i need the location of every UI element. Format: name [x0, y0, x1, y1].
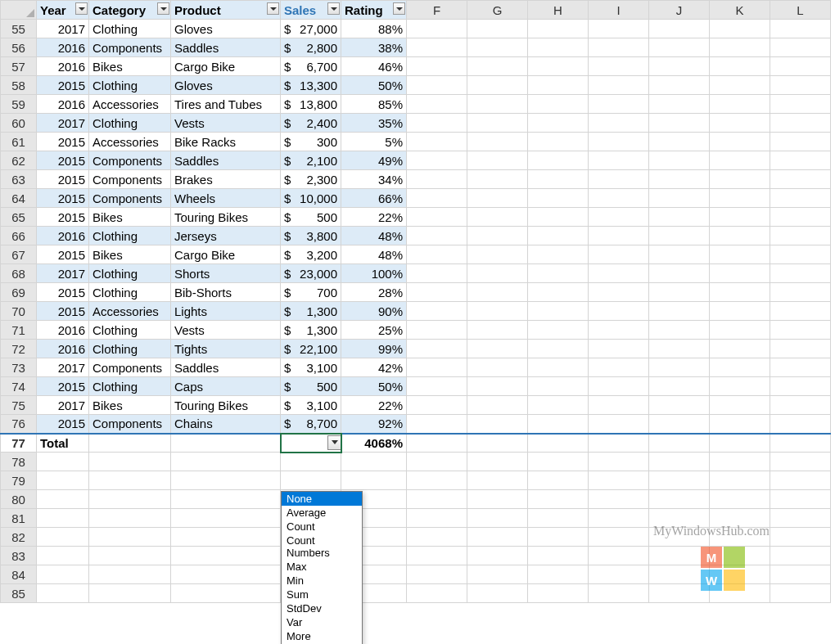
cell[interactable] [528, 415, 589, 434]
column-header-category[interactable]: Category [89, 1, 171, 20]
cell[interactable] [710, 264, 770, 283]
row-number-head[interactable]: 59 [1, 95, 37, 114]
cell[interactable] [528, 377, 589, 396]
cell[interactable] [710, 151, 770, 170]
cell[interactable] [407, 528, 467, 547]
cell[interactable] [407, 114, 467, 133]
cell[interactable]: 2015 [37, 208, 89, 227]
cell[interactable] [341, 471, 407, 490]
row-number-head[interactable]: 57 [1, 57, 37, 76]
cell[interactable] [407, 415, 467, 434]
cell[interactable] [770, 321, 831, 340]
cell[interactable] [37, 490, 89, 509]
cell[interactable] [467, 358, 528, 377]
cell[interactable] [528, 208, 589, 227]
cell[interactable]: 2015 [37, 151, 89, 170]
cell[interactable] [467, 95, 528, 114]
cell[interactable]: Caps [171, 377, 281, 396]
cell[interactable] [649, 114, 710, 133]
cell[interactable] [649, 321, 710, 340]
cell[interactable]: Cargo Bike [171, 245, 281, 264]
cell[interactable]: Accessories [89, 95, 171, 114]
cell[interactable] [710, 434, 770, 453]
cell[interactable]: Cargo Bike [171, 57, 281, 76]
cell[interactable] [89, 584, 171, 603]
row-number-head[interactable]: 67 [1, 245, 37, 264]
cell[interactable] [467, 547, 528, 565]
row-number-head[interactable]: 69 [1, 283, 37, 302]
filter-icon[interactable] [267, 2, 279, 15]
cell[interactable] [589, 321, 649, 340]
cell[interactable]: Bikes [89, 57, 171, 76]
cell[interactable]: 100% [341, 264, 407, 283]
cell[interactable] [589, 95, 649, 114]
cell[interactable] [467, 76, 528, 95]
cell[interactable] [649, 528, 710, 547]
cell[interactable] [528, 227, 589, 245]
dropdown-item[interactable]: Count [282, 520, 362, 534]
filter-icon[interactable] [327, 2, 340, 15]
cell[interactable]: $500 [281, 377, 341, 396]
cell[interactable]: Components [89, 189, 171, 208]
filter-icon[interactable] [157, 2, 169, 15]
cell[interactable]: Accessories [89, 302, 171, 321]
cell[interactable] [589, 283, 649, 302]
cell[interactable] [467, 453, 528, 471]
cell[interactable] [341, 453, 407, 471]
cell[interactable]: 2015 [37, 245, 89, 264]
cell[interactable] [528, 20, 589, 38]
cell[interactable] [407, 76, 467, 95]
cell[interactable]: $13,800 [281, 95, 341, 114]
cell[interactable] [528, 170, 589, 189]
cell[interactable] [171, 565, 281, 584]
cell[interactable] [407, 57, 467, 76]
select-all-corner[interactable] [1, 1, 37, 20]
cell[interactable] [528, 283, 589, 302]
cell[interactable] [649, 95, 710, 114]
cell[interactable] [528, 340, 589, 358]
cell[interactable] [649, 377, 710, 396]
column-header-sales[interactable]: Sales [281, 1, 341, 20]
cell[interactable] [649, 396, 710, 415]
row-number-head[interactable]: 74 [1, 377, 37, 396]
cell[interactable]: $23,000 [281, 264, 341, 283]
cell[interactable] [407, 227, 467, 245]
cell[interactable] [528, 565, 589, 584]
cell[interactable]: Bike Racks [171, 133, 281, 151]
cell[interactable] [589, 38, 649, 57]
cell[interactable]: 2017 [37, 114, 89, 133]
cell[interactable]: Components [89, 358, 171, 377]
cell[interactable] [770, 151, 831, 170]
cell[interactable] [770, 170, 831, 189]
cell[interactable] [407, 509, 467, 528]
cell[interactable]: 2015 [37, 302, 89, 321]
cell[interactable]: 2017 [37, 264, 89, 283]
cell[interactable]: Clothing [89, 321, 171, 340]
cell[interactable]: $2,400 [281, 114, 341, 133]
totals-label-cell[interactable]: Total [37, 434, 89, 453]
row-number-head[interactable]: 76 [1, 415, 37, 434]
cell[interactable]: $22,100 [281, 340, 341, 358]
cell[interactable] [589, 302, 649, 321]
totals-function-dropdown[interactable]: NoneAverageCountCount NumbersMaxMinSumSt… [281, 491, 363, 644]
cell[interactable] [467, 114, 528, 133]
column-header-product[interactable]: Product [171, 1, 281, 20]
cell[interactable]: 2016 [37, 95, 89, 114]
row-number-head[interactable]: 79 [1, 471, 37, 490]
cell[interactable]: Saddles [171, 151, 281, 170]
cell[interactable] [649, 20, 710, 38]
cell[interactable]: 2015 [37, 283, 89, 302]
cell[interactable]: Shorts [171, 264, 281, 283]
row-number-head[interactable]: 75 [1, 396, 37, 415]
cell[interactable] [770, 95, 831, 114]
cell[interactable] [467, 264, 528, 283]
cell[interactable] [528, 471, 589, 490]
cell[interactable] [589, 547, 649, 565]
row-number-head[interactable]: 61 [1, 133, 37, 151]
cell[interactable]: Clothing [89, 227, 171, 245]
row-number-head[interactable]: 81 [1, 509, 37, 528]
cell[interactable] [649, 208, 710, 227]
cell[interactable] [770, 133, 831, 151]
cell[interactable] [589, 76, 649, 95]
cell[interactable] [770, 358, 831, 377]
